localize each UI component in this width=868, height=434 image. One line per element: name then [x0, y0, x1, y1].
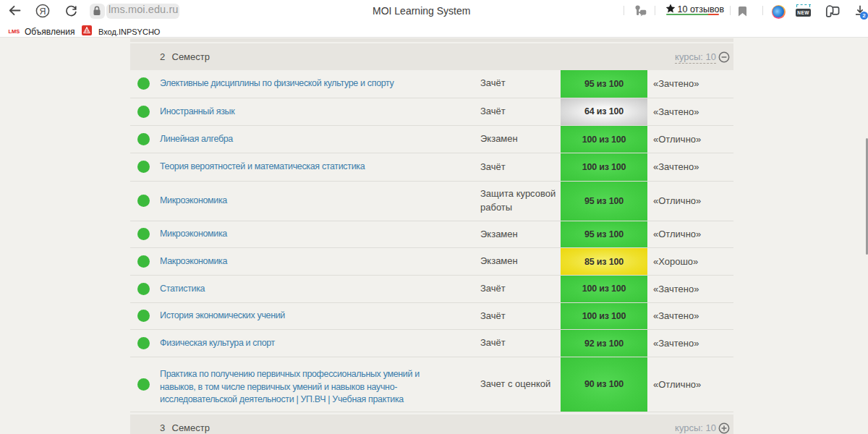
svg-text:Я: Я — [39, 7, 46, 17]
